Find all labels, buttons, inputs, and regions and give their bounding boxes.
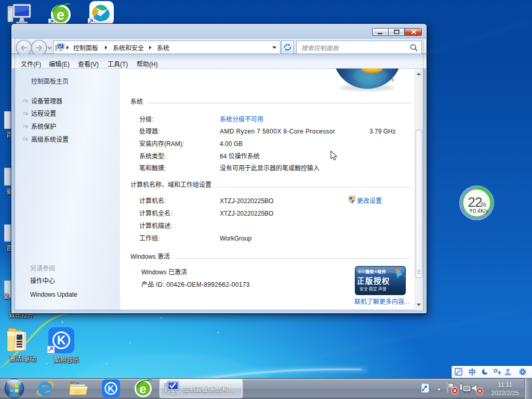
svg-text:®: ® (391, 77, 394, 83)
svg-text:中: 中 (469, 367, 476, 377)
svg-text:e: e (139, 382, 146, 396)
svg-text:e: e (57, 7, 64, 23)
svg-text:™: ™ (404, 275, 406, 278)
svg-text:K: K (57, 334, 66, 347)
svg-text:使用: 使用 (358, 269, 365, 274)
svg-text:微软®软件: 微软®软件 (365, 268, 387, 274)
svg-text:安全 稳定 声誉: 安全 稳定 声誉 (360, 286, 387, 291)
svg-text:正版授权: 正版授权 (357, 275, 390, 286)
svg-text:0.4K/s: 0.4K/s (473, 208, 488, 214)
svg-text:K: K (108, 384, 114, 394)
